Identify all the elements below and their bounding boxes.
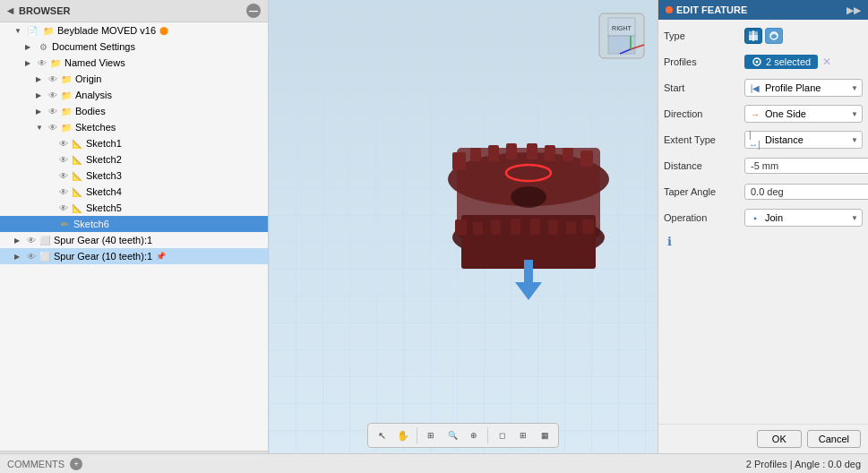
eye-icon-views[interactable]: 👁 [36,58,48,68]
tree-item-sketch6[interactable]: ✏ Sketch6 [0,216,268,232]
start-dd-text: Profile Plane [765,82,821,93]
svg-rect-6 [527,143,537,159]
start-dd-icon: |◀ [749,82,761,94]
panel-expand-icon[interactable]: ▶▶ [847,5,861,15]
svg-rect-19 [582,219,594,234]
tree-item-sketches[interactable]: ▼ 👁 📁 Sketches [0,119,268,135]
tree-item-sketch1[interactable]: 👁 📐 Sketch1 [0,135,268,151]
toolbar-zoom-in[interactable]: ⊕ [464,426,484,445]
tree-item-sketch2[interactable]: 👁 📐 Sketch2 [0,151,268,168]
distance-input[interactable] [744,158,868,174]
toolbar-view-cube[interactable]: ◻ [492,426,511,445]
orientation-cube[interactable]: RIGHT [595,9,649,63]
start-label: Start [664,82,744,93]
info-icon[interactable]: ℹ [667,235,672,248]
tree-label-doc-settings: Document Settings [52,41,135,52]
extent-dd-arrow: ▼ [851,136,858,144]
eye-icon-spur40[interactable]: 👁 [25,236,38,245]
tree-item-analysis[interactable]: ▶ 👁 📁 Analysis [0,87,268,103]
tree-item-origin[interactable]: ▶ 👁 📁 Origin [0,71,268,87]
extent-type-label: Extent Type [664,134,744,145]
info-row: ℹ [664,233,863,250]
cancel-button[interactable]: Cancel [807,430,861,448]
sidebar-tree: ▼ 📄 📁 Beyblade MOVED v16 ⬤ ▶ ⚙ Document … [0,22,268,451]
toolbar-zoom-window[interactable]: 🔍 [443,426,462,445]
eye-icon-sketches[interactable]: 👁 [47,123,59,133]
profiles-badge[interactable]: 2 selected [744,55,818,69]
toolbar-grid[interactable]: ⊞ [513,426,533,445]
type-row: Type [664,25,863,47]
ok-button[interactable]: OK [757,430,802,448]
profiles-value: 2 selected ✕ [744,55,863,69]
extent-dropdown[interactable]: |↔| Distance ▼ [744,131,863,149]
sidebar: ◀ BROWSER — ▼ 📄 📁 Beyblade MOVED v16 ⬤ ▶… [0,0,269,473]
toolbar-sep1 [417,427,417,443]
svg-rect-7 [545,145,555,161]
start-dd-arrow: ▼ [851,84,858,92]
taper-value-container [744,184,868,200]
svg-point-35 [756,61,759,64]
start-dropdown[interactable]: |◀ Profile Plane ▼ [744,79,863,97]
extent-type-value: |↔| Distance ▼ [744,131,863,149]
settings-icon: ⚙ [36,40,50,53]
operation-label: Operation [664,212,744,223]
type-extrude-button[interactable] [744,28,762,44]
eye-icon-sk4[interactable]: 👁 [57,187,70,197]
eye-icon-sk2[interactable]: 👁 [57,155,70,165]
viewport[interactable]: -5 mm RIGHT ↖ ✋ ⊞ 🔍 ⊕ [269,0,657,473]
sketch6-icon: ✏ [57,218,72,230]
eye-icon-sk3[interactable]: 👁 [57,171,70,181]
svg-rect-17 [548,219,558,235]
tree-item-sketch4[interactable]: 👁 📐 Sketch4 [0,184,268,200]
tree-icon-folder: 📁 [41,24,56,37]
tree-label-analysis: Analysis [75,90,112,100]
toolbar-cursor[interactable]: ↖ [372,426,391,445]
eye-icon-analysis[interactable]: 👁 [47,90,59,100]
status-info: 2 Profiles | Angle : 0.0 deg [746,459,861,469]
operation-dropdown[interactable]: ▪ Join ▼ [744,209,863,227]
profiles-row: Profiles 2 selected ✕ [664,51,863,73]
type-revolve-button[interactable] [765,28,783,44]
tree-item-named-views[interactable]: ▶ 👁 📁 Named Views [0,55,268,71]
extent-dd-text: Distance [765,134,804,145]
viewport-content [269,0,657,473]
folder-icon-sketches: 📁 [59,121,73,133]
extrude-icon [747,30,760,42]
profiles-clear-button[interactable]: ✕ [822,56,831,68]
eye-icon-bodies[interactable]: 👁 [47,107,59,116]
eye-icon-origin[interactable]: 👁 [47,74,59,84]
tree-label-sketch5: Sketch5 [86,202,122,213]
svg-rect-3 [470,148,481,161]
eye-icon-sk1[interactable]: 👁 [57,139,70,149]
tree-item-spur40[interactable]: ▶ 👁 ⬜ Spur Gear (40 teeth):1 [0,232,268,248]
svg-rect-8 [563,148,573,161]
panel-header-left: EDIT FEATURE [666,4,747,15]
toolbar-pan[interactable]: ✋ [393,426,413,445]
direction-dropdown[interactable]: → One Side ▼ [744,105,863,123]
sidebar-menu-icon[interactable]: — [246,4,261,18]
tree-label-named-views: Named Views [64,57,125,68]
status-add-btn[interactable]: + [70,458,82,470]
tree-item-bodies[interactable]: ▶ 👁 📁 Bodies [0,103,268,119]
svg-rect-9 [580,150,593,167]
panel-dot [666,6,673,13]
tree-label-document: Beyblade MOVED v16 [57,25,156,36]
pin-icon[interactable]: 📌 [156,252,166,261]
tree-item-spur10[interactable]: ▶ 👁 ⬜ Spur Gear (10 teeth):1 📌 [0,248,268,264]
sidebar-collapse-arrow[interactable]: ◀ [7,6,13,15]
direction-dd-arrow: ▼ [851,110,858,118]
toolbar-grid-fine[interactable]: ▦ [535,426,554,445]
taper-input[interactable] [744,184,868,200]
tree-item-sketch3[interactable]: 👁 📐 Sketch3 [0,168,268,184]
direction-row: Direction → One Side ▼ [664,103,863,125]
tree-item-document[interactable]: ▼ 📄 📁 Beyblade MOVED v16 ⬤ [0,22,268,39]
sketch5-icon: 📐 [70,202,84,214]
tree-item-sketch5[interactable]: 👁 📐 Sketch5 [0,200,268,216]
status-right: 2 Profiles | Angle : 0.0 deg [746,459,861,469]
eye-icon-spur10[interactable]: 👁 [25,252,38,262]
type-value [744,28,863,44]
tree-item-doc-settings[interactable]: ▶ ⚙ Document Settings [0,39,268,55]
toolbar-zoom-fit[interactable]: ⊞ [421,426,441,445]
eye-icon-sk5[interactable]: 👁 [57,203,70,213]
sidebar-title: BROWSER [19,5,70,16]
